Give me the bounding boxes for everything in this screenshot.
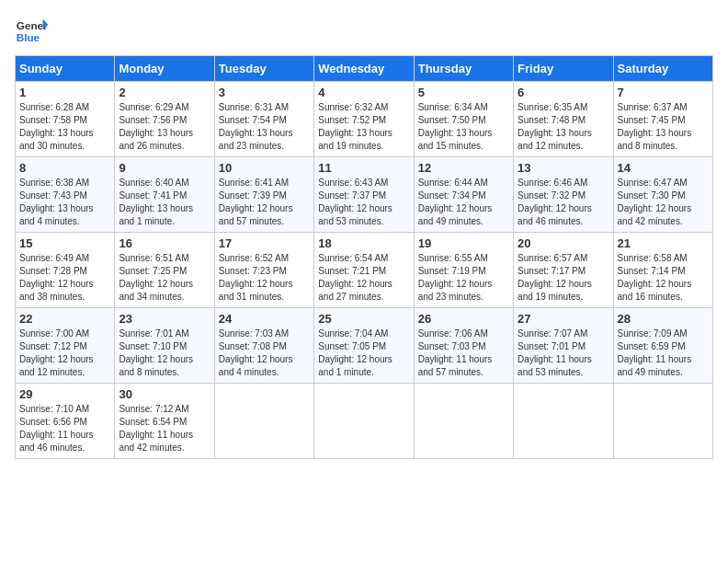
calendar-cell: 13Sunrise: 6:46 AMSunset: 7:32 PMDayligh… (514, 157, 613, 233)
cell-date: 13 (518, 161, 609, 175)
cell-date: 20 (518, 236, 609, 250)
cell-date: 2 (119, 86, 210, 99)
cell-date: 29 (19, 387, 110, 401)
calendar-cell: 16Sunrise: 6:51 AMSunset: 7:25 PMDayligh… (115, 233, 214, 308)
cell-date: 25 (318, 312, 409, 326)
weekday-header-tuesday: Tuesday (214, 56, 313, 82)
calendar-cell: 15Sunrise: 6:49 AMSunset: 7:28 PMDayligh… (16, 233, 115, 308)
cell-info: Sunrise: 6:52 AMSunset: 7:23 PMDaylight:… (219, 252, 310, 304)
cell-info: Sunrise: 6:58 AMSunset: 7:14 PMDaylight:… (618, 252, 709, 304)
calendar-cell (214, 384, 313, 459)
cell-info: Sunrise: 6:49 AMSunset: 7:28 PMDaylight:… (19, 252, 110, 304)
cell-info: Sunrise: 6:31 AMSunset: 7:54 PMDaylight:… (219, 101, 310, 153)
cell-info: Sunrise: 6:41 AMSunset: 7:39 PMDaylight:… (219, 177, 310, 228)
calendar-cell: 30Sunrise: 7:12 AMSunset: 6:54 PMDayligh… (115, 384, 214, 459)
cell-date: 9 (119, 161, 210, 175)
calendar-cell: 20Sunrise: 6:57 AMSunset: 7:17 PMDayligh… (514, 233, 613, 308)
weekday-header-row: SundayMondayTuesdayWednesdayThursdayFrid… (16, 56, 713, 82)
weekday-header-monday: Monday (115, 56, 214, 82)
calendar-cell: 21Sunrise: 6:58 AMSunset: 7:14 PMDayligh… (613, 233, 712, 308)
cell-info: Sunrise: 7:09 AMSunset: 6:59 PMDaylight:… (618, 327, 709, 379)
calendar-cell: 2Sunrise: 6:29 AMSunset: 7:56 PMDaylight… (115, 82, 214, 157)
cell-date: 15 (19, 236, 110, 250)
calendar-cell: 18Sunrise: 6:54 AMSunset: 7:21 PMDayligh… (314, 233, 414, 308)
cell-date: 16 (119, 236, 210, 250)
cell-date: 10 (219, 161, 310, 175)
cell-date: 19 (418, 236, 509, 250)
cell-date: 3 (219, 86, 310, 99)
cell-info: Sunrise: 6:28 AMSunset: 7:58 PMDaylight:… (19, 101, 110, 153)
week-row-4: 22Sunrise: 7:00 AMSunset: 7:12 PMDayligh… (16, 308, 713, 384)
cell-info: Sunrise: 7:04 AMSunset: 7:05 PMDaylight:… (318, 327, 409, 379)
calendar-cell: 22Sunrise: 7:00 AMSunset: 7:12 PMDayligh… (16, 308, 115, 384)
calendar-cell: 19Sunrise: 6:55 AMSunset: 7:19 PMDayligh… (414, 233, 513, 308)
calendar-cell: 12Sunrise: 6:44 AMSunset: 7:34 PMDayligh… (414, 157, 513, 233)
cell-date: 21 (618, 236, 709, 250)
cell-info: Sunrise: 6:37 AMSunset: 7:45 PMDaylight:… (618, 101, 709, 153)
cell-date: 23 (119, 312, 210, 326)
weekday-header-saturday: Saturday (613, 56, 712, 82)
weekday-header-thursday: Thursday (414, 56, 513, 82)
cell-date: 12 (418, 161, 509, 175)
calendar-cell: 27Sunrise: 7:07 AMSunset: 7:01 PMDayligh… (514, 308, 613, 384)
calendar-table: SundayMondayTuesdayWednesdayThursdayFrid… (15, 55, 713, 459)
calendar-cell: 11Sunrise: 6:43 AMSunset: 7:37 PMDayligh… (314, 157, 414, 233)
cell-date: 17 (219, 236, 310, 250)
week-row-3: 15Sunrise: 6:49 AMSunset: 7:28 PMDayligh… (16, 233, 713, 308)
cell-date: 11 (318, 161, 409, 175)
calendar-cell (314, 384, 414, 459)
cell-info: Sunrise: 7:00 AMSunset: 7:12 PMDaylight:… (19, 327, 110, 379)
cell-date: 6 (518, 86, 609, 99)
cell-info: Sunrise: 6:51 AMSunset: 7:25 PMDaylight:… (119, 252, 210, 304)
weekday-header-friday: Friday (514, 56, 613, 82)
svg-text:Blue: Blue (17, 31, 40, 43)
cell-info: Sunrise: 7:01 AMSunset: 7:10 PMDaylight:… (119, 327, 210, 379)
calendar-cell: 23Sunrise: 7:01 AMSunset: 7:10 PMDayligh… (115, 308, 214, 384)
calendar-cell: 29Sunrise: 7:10 AMSunset: 6:56 PMDayligh… (16, 384, 115, 459)
weekday-header-wednesday: Wednesday (314, 56, 414, 82)
calendar-cell: 14Sunrise: 6:47 AMSunset: 7:30 PMDayligh… (613, 157, 712, 233)
cell-date: 5 (418, 86, 509, 99)
cell-date: 26 (418, 312, 509, 326)
cell-info: Sunrise: 7:06 AMSunset: 7:03 PMDaylight:… (418, 327, 509, 379)
calendar-cell: 9Sunrise: 6:40 AMSunset: 7:41 PMDaylight… (115, 157, 214, 233)
cell-info: Sunrise: 6:34 AMSunset: 7:50 PMDaylight:… (418, 101, 509, 153)
calendar-cell: 6Sunrise: 6:35 AMSunset: 7:48 PMDaylight… (514, 82, 613, 157)
cell-info: Sunrise: 6:46 AMSunset: 7:32 PMDaylight:… (518, 177, 609, 228)
week-row-1: 1Sunrise: 6:28 AMSunset: 7:58 PMDaylight… (16, 82, 713, 157)
cell-info: Sunrise: 6:32 AMSunset: 7:52 PMDaylight:… (318, 101, 409, 153)
week-row-2: 8Sunrise: 6:38 AMSunset: 7:43 PMDaylight… (16, 157, 713, 233)
cell-date: 27 (518, 312, 609, 326)
cell-date: 8 (19, 161, 110, 175)
calendar-cell: 10Sunrise: 6:41 AMSunset: 7:39 PMDayligh… (214, 157, 313, 233)
cell-info: Sunrise: 6:43 AMSunset: 7:37 PMDaylight:… (318, 177, 409, 228)
calendar-cell: 1Sunrise: 6:28 AMSunset: 7:58 PMDaylight… (16, 82, 115, 157)
calendar-cell (414, 384, 513, 459)
logo: General Blue (15, 15, 48, 48)
calendar-cell: 8Sunrise: 6:38 AMSunset: 7:43 PMDaylight… (16, 157, 115, 233)
calendar-cell: 28Sunrise: 7:09 AMSunset: 6:59 PMDayligh… (613, 308, 712, 384)
calendar-cell (613, 384, 712, 459)
cell-date: 30 (119, 387, 210, 401)
cell-info: Sunrise: 6:47 AMSunset: 7:30 PMDaylight:… (618, 177, 709, 228)
calendar-cell: 17Sunrise: 6:52 AMSunset: 7:23 PMDayligh… (214, 233, 313, 308)
cell-date: 1 (19, 86, 110, 99)
calendar-cell: 26Sunrise: 7:06 AMSunset: 7:03 PMDayligh… (414, 308, 513, 384)
calendar-cell: 3Sunrise: 6:31 AMSunset: 7:54 PMDaylight… (214, 82, 313, 157)
cell-info: Sunrise: 6:38 AMSunset: 7:43 PMDaylight:… (19, 177, 110, 228)
cell-info: Sunrise: 6:54 AMSunset: 7:21 PMDaylight:… (318, 252, 409, 304)
cell-date: 28 (618, 312, 709, 326)
calendar-cell: 7Sunrise: 6:37 AMSunset: 7:45 PMDaylight… (613, 82, 712, 157)
calendar-cell: 25Sunrise: 7:04 AMSunset: 7:05 PMDayligh… (314, 308, 414, 384)
week-row-5: 29Sunrise: 7:10 AMSunset: 6:56 PMDayligh… (16, 384, 713, 459)
weekday-header-sunday: Sunday (16, 56, 115, 82)
logo-icon: General Blue (15, 15, 48, 48)
calendar-cell: 5Sunrise: 6:34 AMSunset: 7:50 PMDaylight… (414, 82, 513, 157)
cell-info: Sunrise: 6:40 AMSunset: 7:41 PMDaylight:… (119, 177, 210, 228)
calendar-cell: 4Sunrise: 6:32 AMSunset: 7:52 PMDaylight… (314, 82, 414, 157)
cell-info: Sunrise: 7:12 AMSunset: 6:54 PMDaylight:… (119, 403, 210, 454)
cell-info: Sunrise: 7:10 AMSunset: 6:56 PMDaylight:… (19, 403, 110, 454)
cell-info: Sunrise: 6:57 AMSunset: 7:17 PMDaylight:… (518, 252, 609, 304)
calendar-cell: 24Sunrise: 7:03 AMSunset: 7:08 PMDayligh… (214, 308, 313, 384)
cell-date: 24 (219, 312, 310, 326)
